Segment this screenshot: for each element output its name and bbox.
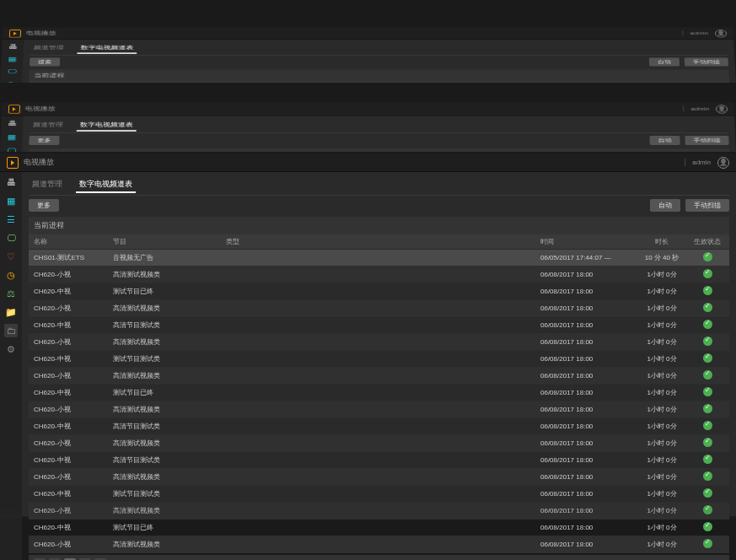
app-logo-icon — [7, 157, 19, 169]
video-icon[interactable]: ▦ — [4, 194, 18, 207]
cell-time: 06/08/2017 18:00 — [540, 423, 633, 430]
status-ok-icon — [703, 455, 712, 464]
monitor-icon[interactable]: 🖵 — [4, 231, 18, 245]
auto-button[interactable]: 自动 — [649, 57, 680, 66]
cell-duration: 1小时 0分 — [637, 455, 687, 465]
folder2-icon[interactable]: 🗀 — [4, 324, 18, 337]
cell-duration: 1小时 0分 — [637, 422, 687, 431]
table-row[interactable]: CH620-中视测试节目测试类06/08/2017 18:001小时 0分 — [29, 351, 729, 368]
top-bar: 电视播放 admin — [2, 102, 735, 116]
search-button[interactable]: 搜索 — [30, 57, 60, 66]
tab-digital-table[interactable]: 数字电视频道表 — [76, 177, 136, 193]
avatar-icon[interactable] — [717, 157, 729, 169]
monitor-icon[interactable]: 🖵 — [4, 146, 18, 152]
auto-button[interactable]: 自动 — [650, 199, 680, 212]
stack-icon[interactable]: ☰ — [4, 213, 18, 226]
more-button[interactable]: 更多 — [29, 136, 59, 145]
status-ok-icon — [703, 303, 712, 312]
print-icon[interactable]: 🖶 — [4, 175, 18, 189]
table-row[interactable]: CH620-小视高清测试视频类06/08/2017 18:001小时 0分 — [29, 536, 729, 553]
tab-digital-table[interactable]: 数字电视频道表 — [77, 120, 137, 132]
heart-icon[interactable]: ♡ — [4, 250, 18, 263]
monitor-icon[interactable]: 🖵 — [4, 67, 19, 76]
avatar-icon[interactable] — [716, 105, 728, 113]
cell-program: 测试节目已终 — [113, 523, 223, 532]
section-channels: 频道 (18) — [29, 148, 730, 152]
cell-time: 06/05/2017 17:44:07 — — [540, 254, 633, 261]
cell-name: CH620-中视 — [34, 422, 110, 431]
table-row[interactable]: CH620-小视高清测试视频类06/08/2017 18:001小时 0分 — [29, 435, 729, 452]
cell-duration: 1小时 0分 — [637, 523, 687, 532]
cell-duration: 1小时 0分 — [637, 371, 687, 380]
clock-icon[interactable]: ◷ — [4, 268, 18, 282]
cell-name: CH620-小视 — [34, 371, 110, 380]
table-row[interactable]: CH620-中视测试节目已终06/08/2017 18:001小时 0分 — [29, 520, 729, 536]
cell-duration: 1小时 0分 — [637, 405, 687, 414]
cell-status — [690, 269, 724, 280]
status-ok-icon — [703, 421, 712, 430]
stacked-panel-2: 电视播放 admin 🖶 ▦ 🖵 频道管理 数字电视频道表 更多 自动 手动扫描… — [0, 102, 736, 152]
cell-name: CH620-中视 — [34, 455, 110, 465]
table-row[interactable]: CH620-中视高清节目测试类06/08/2017 18:001小时 0分 — [29, 418, 729, 435]
app-logo-icon — [8, 105, 20, 113]
tab-channel-manage[interactable]: 频道管理 — [29, 177, 66, 193]
table-row[interactable]: CH620-中视测试节目测试类06/08/2017 18:001小时 0分 — [29, 486, 729, 503]
table-row[interactable]: CH620-中视高清节目测试类06/08/2017 18:001小时 0分 — [29, 452, 729, 469]
cell-program: 高清测试视频类 — [113, 337, 223, 347]
video-icon[interactable]: ▦ — [5, 54, 19, 63]
cell-status — [690, 438, 724, 449]
table-row[interactable]: CH620-中视测试节目已终06/08/2017 18:001小时 0分 — [29, 283, 729, 300]
cell-duration: 1小时 0分 — [637, 304, 687, 313]
print-icon[interactable]: 🖶 — [6, 42, 19, 51]
table-row[interactable]: CHS01-测试ETS音视频无广告06/05/2017 17:44:07 —10… — [29, 250, 729, 267]
table-row[interactable]: CH620-小视高清测试视频类06/08/2017 18:001小时 0分 — [29, 300, 729, 317]
cell-name: CHS01-测试ETS — [34, 253, 110, 262]
manual-button[interactable]: 手动扫描 — [685, 136, 728, 145]
cell-name: CH620-中视 — [34, 523, 110, 532]
folder-icon[interactable]: 📁 — [4, 305, 18, 319]
tab-channel-manage[interactable]: 频道管理 — [30, 120, 67, 132]
more-button[interactable]: 更多 — [29, 199, 59, 212]
table-row[interactable]: CH620-小视高清测试视频类06/08/2017 18:001小时 0分 — [29, 469, 729, 486]
table-row[interactable]: CH620-小视高清测试视频类06/08/2017 18:001小时 0分 — [29, 334, 729, 351]
table-row[interactable]: CH620-中视测试节目已终06/08/2017 18:001小时 0分 — [29, 385, 729, 401]
auto-button[interactable]: 自动 — [649, 136, 680, 145]
app-title: 电视播放 — [24, 157, 54, 168]
disc-icon[interactable]: ◉ — [4, 79, 19, 83]
cell-status — [690, 455, 724, 466]
table-row[interactable]: CH620-小视高清测试视频类06/08/2017 18:001小时 0分 — [29, 401, 729, 418]
section-current: 当前进程 — [29, 70, 729, 82]
status-ok-icon — [703, 471, 712, 481]
cell-time: 06/08/2017 18:00 — [540, 389, 633, 396]
cell-time: 06/08/2017 18:00 — [540, 473, 633, 481]
cell-status — [690, 404, 724, 415]
cell-time: 06/08/2017 18:00 — [540, 304, 633, 312]
gear-icon[interactable]: ⚙ — [4, 342, 18, 356]
table-row[interactable]: CH620-中视高清节目测试类06/08/2017 18:001小时 0分 — [29, 317, 729, 334]
status-ok-icon — [703, 438, 712, 447]
cell-status — [690, 471, 724, 482]
table-row[interactable]: CH620-小视高清测试视频类06/08/2017 18:001小时 0分 — [29, 267, 729, 283]
table-row[interactable]: CH620-小视高清测试视频类06/08/2017 18:001小时 0分 — [29, 368, 729, 385]
status-ok-icon — [703, 269, 712, 278]
tab-channel-manage[interactable]: 频道管理 — [30, 43, 67, 54]
print-icon[interactable]: 🖶 — [5, 118, 19, 128]
cell-name: CH620-小视 — [34, 337, 110, 347]
tab-digital-table[interactable]: 数字电视频道表 — [77, 43, 137, 54]
cell-time: 06/08/2017 18:00 — [540, 372, 633, 380]
manual-button[interactable]: 手动扫描 — [685, 57, 728, 66]
status-ok-icon — [703, 337, 712, 346]
col-program: 节目 — [113, 237, 223, 246]
manual-button[interactable]: 手动扫描 — [685, 199, 729, 212]
user-label: admin — [683, 106, 709, 112]
app-title: 电视播放 — [25, 105, 56, 112]
video-icon[interactable]: ▦ — [4, 132, 18, 142]
tab-bar: 频道管理 数字电视频道表 — [30, 42, 728, 56]
cell-status — [690, 522, 724, 533]
avatar-icon[interactable] — [715, 30, 727, 37]
balance-icon[interactable]: ⚖ — [4, 287, 18, 300]
cell-duration: 1小时 0分 — [637, 439, 687, 448]
cell-name: CH620-中视 — [34, 320, 110, 330]
col-status: 生效状态 — [690, 237, 724, 246]
main-panel: 电视播放 admin 🖶 ▦ ☰ 🖵 ♡ ◷ ⚖ 📁 🗀 ⚙ 频道管理 数字电视… — [0, 153, 736, 516]
